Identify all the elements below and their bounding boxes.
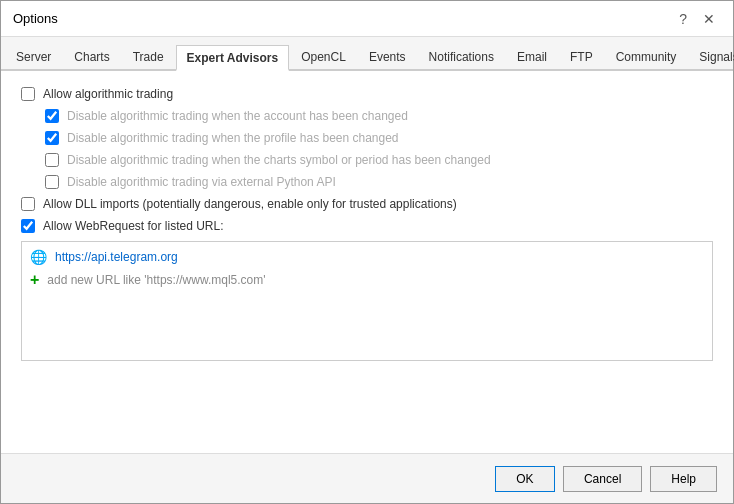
footer: OK Cancel Help xyxy=(1,453,733,503)
tabs-bar: ServerChartsTradeExpert AdvisorsOpenCLEv… xyxy=(1,37,733,71)
url-list: 🌐 https://api.telegram.org + add new URL… xyxy=(21,241,713,361)
title-bar: Options ? ✕ xyxy=(1,1,733,37)
disable-profile-row: Disable algorithmic trading when the pro… xyxy=(45,131,713,145)
allow-algo-row: Allow algorithmic trading xyxy=(21,87,713,101)
window-title: Options xyxy=(13,11,58,26)
title-buttons: ? ✕ xyxy=(673,9,721,29)
url-entry-0[interactable]: 🌐 https://api.telegram.org xyxy=(22,246,712,268)
disable-symbol-checkbox[interactable] xyxy=(45,153,59,167)
url-add-row[interactable]: + add new URL like 'https://www.mql5.com… xyxy=(22,268,712,292)
allow-algo-label[interactable]: Allow algorithmic trading xyxy=(43,87,173,101)
tab-opencl[interactable]: OpenCL xyxy=(290,43,357,69)
tab-charts[interactable]: Charts xyxy=(63,43,120,69)
allow-webrequest-checkbox[interactable] xyxy=(21,219,35,233)
allow-dll-row: Allow DLL imports (potentially dangerous… xyxy=(21,197,713,211)
allow-webrequest-label[interactable]: Allow WebRequest for listed URL: xyxy=(43,219,224,233)
close-button[interactable]: ✕ xyxy=(697,9,721,29)
tab-community[interactable]: Community xyxy=(605,43,688,69)
tab-server[interactable]: Server xyxy=(5,43,62,69)
options-window: Options ? ✕ ServerChartsTradeExpert Advi… xyxy=(0,0,734,504)
allow-algo-checkbox[interactable] xyxy=(21,87,35,101)
disable-python-label[interactable]: Disable algorithmic trading via external… xyxy=(67,175,336,189)
allow-dll-label[interactable]: Allow DLL imports (potentially dangerous… xyxy=(43,197,457,211)
plus-icon: + xyxy=(30,271,39,289)
url-text-0[interactable]: https://api.telegram.org xyxy=(55,250,178,264)
allow-webrequest-row: Allow WebRequest for listed URL: xyxy=(21,219,713,233)
url-add-placeholder: add new URL like 'https://www.mql5.com' xyxy=(47,273,265,287)
tab-trade[interactable]: Trade xyxy=(122,43,175,69)
tab-notifications[interactable]: Notifications xyxy=(418,43,505,69)
ok-button[interactable]: OK xyxy=(495,466,555,492)
allow-dll-checkbox[interactable] xyxy=(21,197,35,211)
disable-account-checkbox[interactable] xyxy=(45,109,59,123)
disable-profile-label[interactable]: Disable algorithmic trading when the pro… xyxy=(67,131,399,145)
tab-expert-advisors[interactable]: Expert Advisors xyxy=(176,45,290,71)
disable-symbol-row: Disable algorithmic trading when the cha… xyxy=(45,153,713,167)
cancel-button[interactable]: Cancel xyxy=(563,466,642,492)
tab-events[interactable]: Events xyxy=(358,43,417,69)
disable-account-row: Disable algorithmic trading when the acc… xyxy=(45,109,713,123)
disable-python-row: Disable algorithmic trading via external… xyxy=(45,175,713,189)
tab-signals[interactable]: Signals xyxy=(688,43,734,69)
disable-account-label[interactable]: Disable algorithmic trading when the acc… xyxy=(67,109,408,123)
content-area: Allow algorithmic trading Disable algori… xyxy=(1,71,733,453)
tab-email[interactable]: Email xyxy=(506,43,558,69)
globe-icon: 🌐 xyxy=(30,249,47,265)
tab-ftp[interactable]: FTP xyxy=(559,43,604,69)
disable-profile-checkbox[interactable] xyxy=(45,131,59,145)
help-button[interactable]: ? xyxy=(673,9,693,29)
help-footer-button[interactable]: Help xyxy=(650,466,717,492)
disable-python-checkbox[interactable] xyxy=(45,175,59,189)
disable-symbol-label[interactable]: Disable algorithmic trading when the cha… xyxy=(67,153,491,167)
